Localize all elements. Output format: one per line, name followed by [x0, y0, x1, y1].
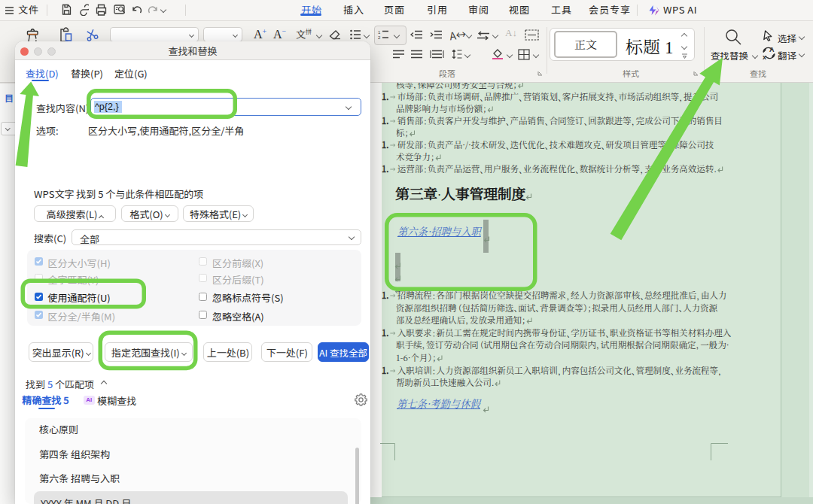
- svg-text:2: 2: [378, 35, 381, 40]
- svg-text:x: x: [763, 53, 766, 60]
- svg-text:1: 1: [378, 30, 381, 35]
- svg-text:A: A: [769, 46, 775, 53]
